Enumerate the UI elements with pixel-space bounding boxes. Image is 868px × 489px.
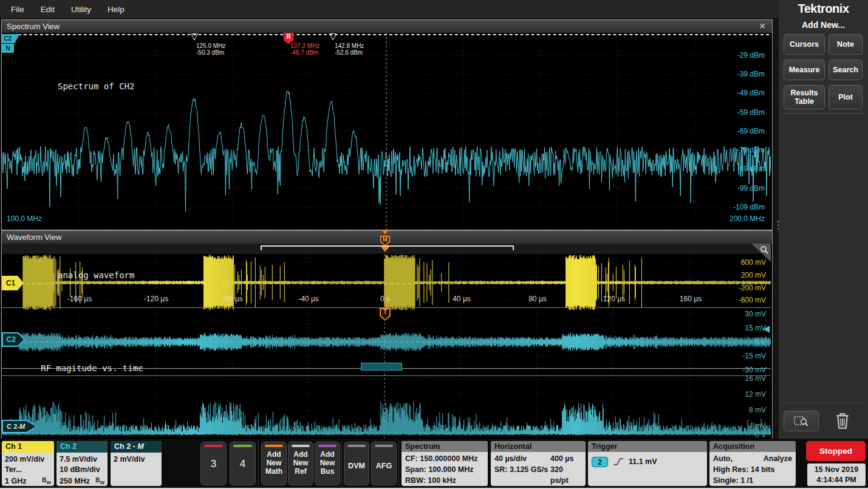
ch2-spectrum-scale: 10 dBm/div	[60, 465, 104, 475]
trigger-marker-label: T	[380, 308, 391, 316]
afg-button[interactable]: AFG	[371, 442, 397, 485]
spectrum-y-tick: -89 dBm	[737, 165, 765, 173]
acquisition-settings-box[interactable]: Acquisition Auto, Analyze High Res: 14 b…	[709, 441, 796, 486]
add-new-bus-button[interactable]: AddNewBus	[315, 442, 340, 485]
time-tick: -40 µs	[298, 295, 319, 303]
trigger-level-arrow-icon[interactable]	[764, 326, 770, 333]
add-new-ref-button[interactable]: AddNewRef	[288, 442, 313, 485]
math-color-stripe	[265, 445, 283, 447]
menu-utility[interactable]: Utility	[71, 5, 91, 14]
spectrum-y-tick: -69 dBm	[737, 127, 765, 135]
oscilloscope-app: File Edit Utility Help Spectrum View ✕ C…	[0, 0, 868, 489]
time-tick: -80 µs	[222, 295, 243, 303]
sidebar-divider	[782, 403, 864, 403]
zoom-region-icon	[793, 414, 809, 428]
run-stop-button[interactable]: Stopped	[806, 441, 866, 461]
marker-triangle-icon: ▽	[191, 31, 198, 42]
expansion-marker-top-icon	[381, 230, 389, 234]
marker-freq: 125.0 MHz	[196, 43, 225, 49]
menu-file[interactable]: File	[11, 5, 24, 14]
bus-color-stripe	[318, 445, 337, 447]
add-new-header: Add New...	[779, 20, 868, 30]
time-tick: 160 µs	[680, 295, 702, 303]
time-tick: 80 µs	[528, 295, 547, 303]
ch2-badge[interactable]: Ch 2 7.5 mV/div 10 dBm/div 250 MHz BW	[56, 441, 108, 486]
spectrum-y-tick: -49 dBm	[737, 89, 765, 97]
acquisition-box-title: Acquisition	[709, 441, 796, 452]
dvm-label: DVM	[344, 462, 369, 470]
horizontal-box-title: Horizontal	[491, 441, 586, 452]
afg-stripe	[375, 445, 393, 447]
time: 4:14:44 PM	[807, 475, 866, 485]
spectrum-x-stop-label: 200.0 MHz	[730, 214, 765, 223]
ch4-label: 4	[230, 458, 255, 470]
spectrum-view-panel: Spectrum View ✕ C2 N Spectrum of CH2 ▽ 1…	[1, 19, 773, 230]
tektronix-logo: Tektronix	[779, 2, 868, 16]
expansion-marker-label: M	[380, 236, 390, 244]
spectrum-x-start-label: 100.0 MHz	[7, 214, 42, 223]
ch2m-scale: 2 mV/div	[114, 454, 159, 465]
spectrum-trace-svg	[2, 33, 771, 230]
waveform-view-panel: Waveform View M T C1 C2	[1, 230, 773, 439]
measure-button[interactable]: Measure	[784, 60, 825, 80]
spectrum-view-titlebar[interactable]: Spectrum View ✕	[2, 20, 772, 33]
time-per-div: 40 µs/div	[494, 453, 550, 464]
time-tick: 0 s	[380, 295, 390, 303]
trigger-source-badge: 2	[592, 457, 608, 467]
date: 15 Nov 2019	[807, 465, 866, 475]
menu-help[interactable]: Help	[108, 5, 125, 14]
marker-level: -50.3 dBm	[196, 49, 224, 56]
acq-resolution: High Res: 14 bits	[713, 464, 792, 475]
spectrum-settings-box[interactable]: Spectrum CF: 150.000000 MHz Span: 100.00…	[402, 441, 488, 486]
close-icon[interactable]: ✕	[759, 20, 766, 33]
center-frequency: CF: 150.000000 MHz	[405, 453, 484, 464]
ch2-y-tick: 30 mV	[745, 310, 766, 318]
cursors-button[interactable]: Cursors	[784, 34, 825, 55]
menubar: File Edit Utility Help	[0, 0, 779, 18]
time-tick: 120 µs	[603, 295, 625, 303]
plot-button[interactable]: Plot	[829, 85, 863, 109]
zoom-mode-button[interactable]	[784, 411, 819, 431]
ch3-color-stripe	[204, 445, 223, 447]
spectrum-channel-badge[interactable]: C2 N	[2, 34, 20, 53]
ch2-y-tick: 15 mV	[745, 324, 766, 332]
horizontal-settings-box[interactable]: Horizontal 40 µs/div 400 µs SR: 3.125 GS…	[491, 441, 586, 486]
bandwidth-limit-icon: BW	[95, 475, 104, 486]
ch4-button[interactable]: 4	[230, 442, 256, 485]
menu-edit[interactable]: Edit	[41, 5, 55, 14]
ch1-annotation-note[interactable]: analog waveform	[58, 270, 134, 280]
bottombar-separator	[258, 441, 259, 486]
ch1-badge[interactable]: Ch 1 200 mV/div Ter... 1 GHz BW	[2, 441, 54, 486]
expansion-marker-bottom-icon	[381, 247, 389, 252]
c2m-y-tick: 0 V	[755, 431, 766, 439]
ch1-termination: Ter...	[5, 465, 51, 475]
marker-triangle-icon: ▽	[329, 31, 337, 42]
ch3-button[interactable]: 3	[200, 442, 227, 485]
ch2-magnitude-badge[interactable]: Ch 2 - M 2 mV/div	[111, 441, 162, 486]
marker-freq: 142.8 MHz	[335, 43, 364, 49]
trigger-settings-box[interactable]: Trigger 2 11.1 mV	[588, 441, 707, 486]
marker-level: -52.6 dBm	[335, 49, 363, 56]
time-tick: 40 µs	[453, 295, 471, 303]
search-button[interactable]: Search	[829, 60, 863, 80]
spectrum-annotation-note[interactable]: Spectrum of CH2	[58, 81, 134, 91]
ch3-label: 3	[201, 458, 226, 470]
ch1-y-tick: 200 mV	[741, 271, 766, 279]
ch2-annotation-note[interactable]: RF magitude vs. time	[41, 363, 143, 373]
afg-label: AFG	[372, 462, 396, 470]
search-zone-box	[361, 363, 402, 371]
waveform-plot: M T C1 C2 C 2-M analog waveform RF	[2, 244, 771, 439]
settings-bar: Ch 1 200 mV/div Ter... 1 GHz BW Ch 2 7.5…	[0, 439, 868, 489]
trash-icon	[835, 412, 850, 430]
dvm-button[interactable]: DVM	[344, 442, 369, 485]
marker-freq: 137.2 MHz	[290, 43, 320, 49]
time-tick: -160 µs	[67, 295, 92, 303]
acq-analyze: Analyze	[764, 453, 792, 464]
panel-resize-handle[interactable]: ⋮	[773, 222, 779, 228]
note-button[interactable]: Note	[829, 34, 863, 55]
add-new-math-button[interactable]: AddNewMath	[261, 442, 287, 485]
spectrum-plot: C2 N Spectrum of CH2 ▽ 125.0 MHz -50.3 d…	[2, 33, 771, 230]
spectrum-y-tick: -29 dBm	[737, 51, 765, 60]
results-table-button[interactable]: Results Table	[784, 85, 825, 109]
delete-button[interactable]	[835, 412, 850, 433]
